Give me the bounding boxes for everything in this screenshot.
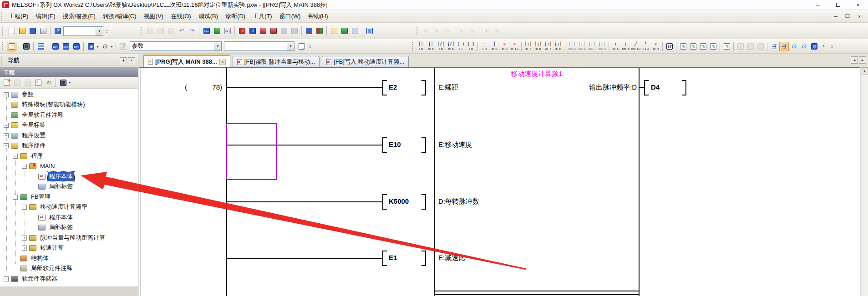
ladder-edit-icon[interactable] — [678, 42, 688, 51]
operand-value[interactable]: E10 — [389, 140, 401, 148]
output-operand[interactable]: D4 — [651, 83, 660, 91]
mdi-minimize-button[interactable]: ─ — [830, 12, 842, 21]
ladder-symbol-button-sf5[interactable]: ╁├sF5 — [426, 40, 436, 52]
dropdown-arrow-icon[interactable]: ▼ — [110, 45, 113, 48]
ladder-symbol-button-saf5[interactable]: ┤↑├saF5 — [567, 40, 577, 52]
new-data-icon[interactable]: ✚ — [2, 78, 11, 87]
read-from-plc-icon[interactable] — [248, 26, 257, 36]
ladder-symbol-button-cf9[interactable]: ×cF9 — [500, 40, 509, 52]
ladder-symbol-button-af8[interactable]: ╁↓├aF8 — [553, 40, 563, 52]
trace-wave-icon-4[interactable] — [457, 26, 466, 36]
tree-item-parameter[interactable]: +参数 — [0, 90, 138, 100]
toolbar-overflow-icon[interactable]: ⌄⌄ — [104, 26, 110, 36]
window-combobox[interactable]: ▼ — [224, 41, 294, 51]
monitor-mode-icon[interactable] — [779, 42, 789, 51]
toolbar-overflow-icon[interactable]: ⌄⌄ — [829, 41, 835, 51]
dev-batch-icon[interactable] — [71, 42, 81, 51]
tree-item-main[interactable]: −MAIN — [0, 161, 138, 171]
remote-monitor-icon-2[interactable] — [289, 26, 299, 36]
menu-edit[interactable]: 编辑(E) — [32, 10, 59, 22]
trace-wave-icon-7[interactable] — [492, 26, 502, 36]
filter-icon[interactable] — [58, 78, 68, 87]
combo-dropdown-icon[interactable]: ▼ — [214, 42, 221, 50]
redo-icon[interactable] — [187, 26, 197, 36]
new-file-icon[interactable] — [7, 26, 16, 36]
tab-prg-main[interactable]: [PRG]写入 MAIN 388... × — [143, 55, 230, 67]
device-comment-icon[interactable] — [202, 26, 211, 36]
label-setting-icon[interactable] — [212, 26, 222, 36]
tree-item-program-body[interactable]: +程序本体 — [0, 171, 138, 181]
ladder-symbol-button-saf6[interactable]: ┤↓├saF6 — [577, 40, 587, 52]
vertical-scrollbar[interactable]: ▲ — [860, 67, 868, 296]
ladder-symbol-button-caf5[interactable]: ↓caF5 — [621, 40, 630, 52]
screen-icon[interactable] — [365, 26, 374, 36]
task-list-icon[interactable] — [36, 42, 46, 51]
collapse-icon[interactable]: − — [22, 164, 27, 169]
operand-value[interactable]: E1 — [389, 254, 397, 261]
mdi-close-button[interactable]: × — [853, 12, 865, 21]
menu-view[interactable]: 视图(V) — [140, 10, 167, 22]
ladder-symbol-button-sf7[interactable]: ┤↑├sF7 — [523, 40, 533, 52]
ladder-symbol-button-cf10[interactable]: ×cF10 — [510, 40, 519, 52]
ladder-editor[interactable]: (78) E2 E:螺距 E10 E:移动速度 K5000 D:每转脉冲数 E1… — [139, 67, 860, 296]
ladder-symbol-button-f6[interactable]: ┤/├F6 — [436, 40, 446, 52]
dev-display-icon[interactable] — [86, 42, 96, 51]
trace-wave-icon-1[interactable] — [421, 26, 431, 36]
keyword-icon[interactable] — [223, 26, 232, 36]
ladder-symbol-button-sf9[interactable]: │sF9 — [490, 40, 499, 52]
menu-tool[interactable]: 工具(T) — [249, 10, 276, 22]
property-icon[interactable]: i — [33, 78, 43, 87]
tree-item-device-memory[interactable]: +软元件存储器 — [0, 274, 138, 284]
collapse-icon[interactable]: − — [13, 195, 18, 200]
paste-icon[interactable] — [166, 26, 176, 36]
undo-icon[interactable] — [177, 26, 186, 36]
note-icon[interactable] — [746, 42, 755, 51]
trace-wave-icon-3[interactable] — [442, 26, 452, 36]
tree-item-fb-pulse-distance[interactable]: +脉冲当量与移动距离计算 — [0, 233, 138, 243]
tree-item-fb-local-label[interactable]: +局部标签 — [0, 222, 138, 232]
tree-item-fb-program-body[interactable]: +程序本体 — [0, 212, 138, 222]
tree-item-fb-pool[interactable]: −FB管理 — [0, 192, 138, 202]
copy-icon[interactable] — [156, 26, 165, 36]
tree-item-fb-speed-freq[interactable]: −移动速度计算频率 — [0, 202, 138, 212]
device-display-icon[interactable] — [809, 42, 819, 51]
ladder-symbol-button-af9[interactable]: ×aF9 — [651, 40, 660, 52]
pin-icon[interactable] — [120, 57, 127, 64]
combo-dropdown-icon[interactable]: ▼ — [287, 42, 294, 50]
ladder-symbol-button-sf8[interactable]: ┤↓├sF8 — [533, 40, 543, 52]
ladder-symbol-button-af5[interactable]: ↑aF5 — [611, 40, 620, 52]
remote-monitor-icon-1[interactable] — [279, 26, 289, 36]
expand-icon[interactable]: + — [4, 123, 9, 128]
program-combobox[interactable]: 参数 ▼ — [130, 41, 222, 51]
ladder-symbol-button-f10[interactable]: └F10 — [641, 40, 650, 52]
doc-find-icon[interactable]: ⌕ — [297, 42, 306, 51]
zoom-combobox[interactable]: ▼ — [63, 26, 103, 36]
tab-fb-read[interactable]: [FB]读取 脉冲当量与移动... — [233, 56, 320, 67]
device-find-icon[interactable] — [100, 42, 110, 51]
tree-item-program-setting[interactable]: +程序设置 — [0, 130, 138, 140]
menu-find-replace[interactable]: 搜索/替换(F) — [59, 10, 99, 22]
ladder-edit-mode-icon[interactable] — [799, 42, 809, 51]
program-check-icon[interactable] — [329, 26, 339, 36]
monitor-condition-icon[interactable] — [819, 42, 829, 51]
ladder-symbol-button-f5[interactable]: ┤├F5 — [416, 40, 426, 52]
operand-value[interactable]: K5000 — [389, 197, 409, 205]
block-copy-icon[interactable] — [350, 26, 360, 36]
dropdown-arrow-icon[interactable]: ▼ — [68, 81, 71, 84]
dev-memory-icon[interactable] — [61, 42, 71, 51]
ladder-symbol-button-sf6[interactable]: ╁/├sF6 — [446, 40, 456, 52]
tab-scroll-right-icon[interactable]: ▸ — [859, 56, 866, 64]
copy-icon[interactable] — [12, 78, 22, 87]
toolbar-overflow-icon[interactable]: ⌄⌄ — [307, 41, 313, 51]
navigation-window-icon[interactable] — [7, 42, 16, 51]
trace-wave-icon-6[interactable] — [482, 26, 491, 36]
collapse-icon[interactable]: − — [22, 205, 27, 210]
expand-icon[interactable]: + — [4, 92, 9, 97]
menu-window[interactable]: 窗口(W) — [276, 10, 305, 22]
restore-button[interactable] — [828, 0, 848, 10]
ladder-symbol-button-f9[interactable]: ─F9 — [480, 40, 489, 52]
verify-camera-icon[interactable] — [269, 26, 278, 36]
ladder-symbol-button-saf8[interactable]: ╁↓├saF8 — [597, 40, 607, 52]
block-edit-icon[interactable] — [708, 42, 718, 51]
collapse-icon[interactable]: − — [13, 154, 18, 159]
